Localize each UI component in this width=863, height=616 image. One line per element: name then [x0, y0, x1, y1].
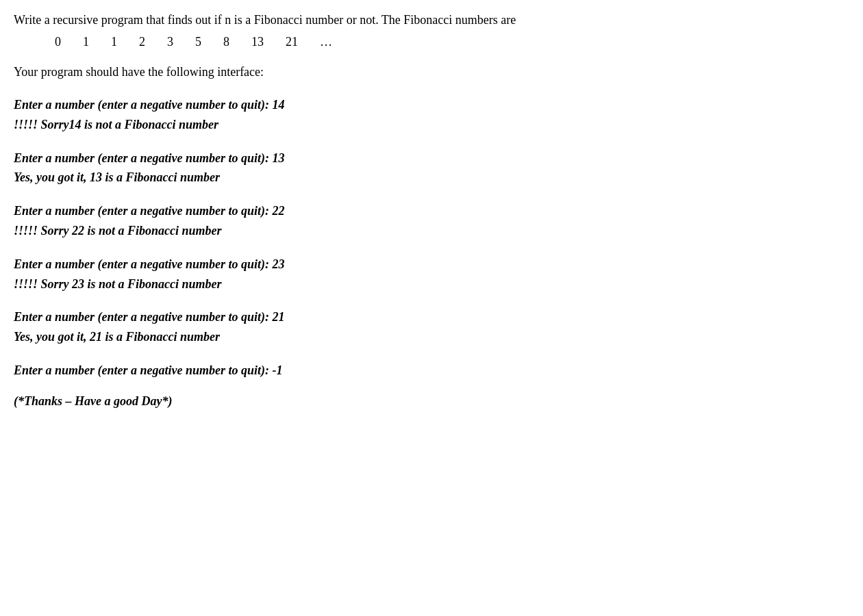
interaction-block-3: Enter a number (enter a negative number … — [14, 201, 849, 241]
fibonacci-sequence: 0 1 1 2 3 5 8 13 21 … — [14, 35, 849, 49]
prompt-6: Enter a number (enter a negative number … — [14, 361, 849, 381]
prompt-4: Enter a number (enter a negative number … — [14, 255, 849, 274]
description-text: Write a recursive program that finds out… — [14, 11, 849, 29]
prompt-2: Enter a number (enter a negative number … — [14, 149, 849, 168]
interaction-block-2: Enter a number (enter a negative number … — [14, 149, 849, 188]
response-3: !!!!! Sorry 22 is not a Fibonacci number — [14, 221, 849, 241]
response-5: Yes, you got it, 21 is a Fibonacci numbe… — [14, 327, 849, 347]
fib-num-3: 2 — [139, 35, 145, 49]
interface-label: Your program should have the following i… — [14, 63, 849, 81]
response-4: !!!!! Sorry 23 is not a Fibonacci number — [14, 274, 849, 294]
response-1: !!!!! Sorry14 is not a Fibonacci number — [14, 115, 849, 135]
prompt-1: Enter a number (enter a negative number … — [14, 95, 849, 115]
fib-num-1: 1 — [83, 35, 89, 49]
farewell-text: (*Thanks – Have a good Day*) — [14, 394, 849, 409]
response-2: Yes, you got it, 13 is a Fibonacci numbe… — [14, 168, 849, 188]
prompt-3: Enter a number (enter a negative number … — [14, 201, 849, 221]
interaction-block-4: Enter a number (enter a negative number … — [14, 255, 849, 294]
interaction-block-5: Enter a number (enter a negative number … — [14, 307, 849, 347]
fib-num-2: 1 — [111, 35, 117, 49]
fib-num-0: 0 — [55, 35, 61, 49]
fib-num-5: 5 — [195, 35, 201, 49]
interaction-block-6: Enter a number (enter a negative number … — [14, 361, 849, 381]
fib-num-8: 21 — [286, 35, 298, 49]
prompt-5: Enter a number (enter a negative number … — [14, 307, 849, 327]
fib-num-4: 3 — [167, 35, 173, 49]
interaction-block-1: Enter a number (enter a negative number … — [14, 95, 849, 135]
fib-num-7: 13 — [251, 35, 264, 49]
page-content: Write a recursive program that finds out… — [14, 11, 849, 409]
fib-num-6: 8 — [223, 35, 229, 49]
fib-num-ellipsis: … — [320, 35, 332, 49]
